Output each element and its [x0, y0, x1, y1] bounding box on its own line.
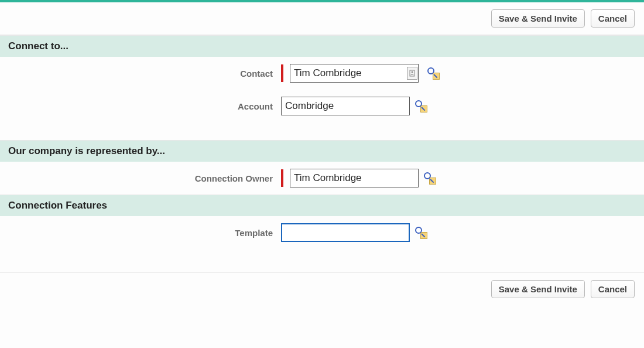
contact-card-icon[interactable]	[407, 67, 417, 80]
lookup-icon[interactable]	[415, 100, 427, 112]
account-input[interactable]	[281, 97, 410, 115]
lookup-icon[interactable]	[423, 172, 436, 185]
lookup-icon[interactable]	[415, 226, 427, 239]
svg-point-1	[412, 71, 413, 73]
field-row-template: Template	[0, 216, 644, 249]
contact-input[interactable]	[290, 64, 419, 83]
contact-label: Contact	[0, 69, 281, 79]
save-send-invite-button[interactable]: Save & Send Invite	[491, 280, 585, 298]
required-indicator	[281, 64, 283, 82]
lookup-icon[interactable]	[427, 67, 440, 80]
template-label: Template	[0, 228, 281, 238]
connection-owner-input[interactable]	[290, 169, 419, 187]
section-header-connection-features: Connection Features	[0, 195, 644, 216]
cancel-button[interactable]: Cancel	[591, 280, 635, 298]
field-row-connection-owner: Connection Owner	[0, 162, 644, 195]
required-indicator	[281, 169, 283, 187]
bottom-button-bar: Save & Send Invite Cancel	[0, 272, 644, 305]
cancel-button[interactable]: Cancel	[591, 9, 635, 28]
connection-owner-label: Connection Owner	[0, 173, 281, 183]
account-label: Account	[0, 101, 281, 111]
section-header-connect-to: Connect to...	[0, 35, 644, 57]
field-row-contact: Contact	[0, 57, 644, 90]
template-input[interactable]	[281, 223, 410, 242]
field-row-account: Account	[0, 90, 644, 122]
top-button-bar: Save & Send Invite Cancel	[0, 2, 644, 35]
section-header-represented-by: Our company is represented by...	[0, 140, 644, 162]
save-send-invite-button[interactable]: Save & Send Invite	[491, 9, 585, 28]
